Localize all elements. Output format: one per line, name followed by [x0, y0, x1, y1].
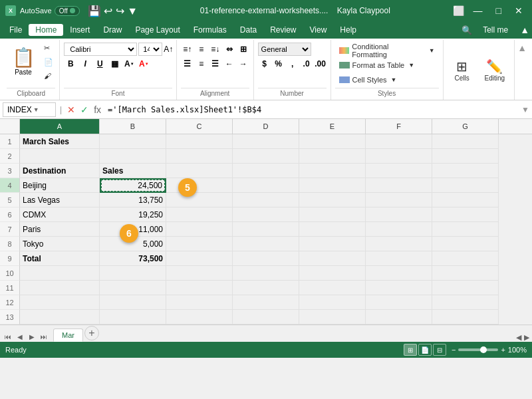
cell-a10[interactable]: [20, 266, 100, 281]
cell-b5[interactable]: 13,750: [100, 193, 166, 207]
cell-c12[interactable]: [166, 295, 233, 310]
cell-c1[interactable]: [166, 134, 233, 149]
page-layout-view-button[interactable]: 📄: [418, 344, 432, 356]
zoom-in-icon[interactable]: +: [501, 346, 505, 354]
cell-g10[interactable]: [432, 266, 499, 281]
menu-data[interactable]: Data: [233, 24, 263, 36]
cell-a7[interactable]: Paris: [20, 222, 100, 237]
cell-c13[interactable]: [166, 310, 233, 325]
bold-button[interactable]: B: [64, 57, 77, 70]
cell-b3[interactable]: Sales: [100, 164, 166, 178]
cell-f13[interactable]: [366, 310, 432, 325]
menu-draw[interactable]: Draw: [96, 24, 128, 36]
format-table-dropdown[interactable]: ▼: [408, 62, 414, 68]
menu-tell-me[interactable]: Tell me: [476, 24, 515, 36]
cell-c4[interactable]: [166, 178, 233, 193]
cell-f5[interactable]: [366, 193, 432, 207]
cell-d11[interactable]: [233, 281, 299, 295]
cell-e7[interactable]: [299, 222, 366, 237]
font-size-select[interactable]: 14: [138, 43, 162, 56]
row-num-9[interactable]: 9: [0, 251, 20, 266]
cond-format-dropdown[interactable]: ▼: [429, 47, 435, 54]
cell-c7[interactable]: [166, 222, 233, 237]
normal-view-button[interactable]: ⊞: [404, 344, 417, 356]
page-break-view-button[interactable]: ⊟: [433, 344, 446, 356]
cell-f3[interactable]: [366, 164, 432, 178]
cell-b12[interactable]: [100, 295, 166, 310]
cell-d8[interactable]: [233, 237, 299, 251]
cell-g1[interactable]: [432, 134, 499, 149]
format-painter-button[interactable]: 🖌: [41, 69, 56, 82]
cell-g8[interactable]: [432, 237, 499, 251]
cell-g2[interactable]: [432, 149, 499, 164]
cell-b1[interactable]: [100, 134, 166, 149]
cell-b11[interactable]: [100, 281, 166, 295]
comma-button[interactable]: ,: [286, 57, 299, 70]
formula-input[interactable]: [105, 104, 519, 116]
add-sheet-button[interactable]: +: [84, 326, 99, 340]
cell-a1[interactable]: March Sales: [20, 134, 100, 149]
number-format-select[interactable]: General: [258, 43, 311, 56]
cell-b2[interactable]: [100, 149, 166, 164]
row-num-8[interactable]: 8: [0, 237, 20, 251]
cell-g9[interactable]: [432, 251, 499, 266]
close-button[interactable]: ✕: [511, 4, 527, 17]
indent-dec-button[interactable]: ←: [223, 57, 236, 70]
font-color-button[interactable]: A▼: [137, 57, 150, 70]
sheet-nav-next[interactable]: ▶: [27, 331, 37, 342]
align-top-button[interactable]: ≡↑: [181, 43, 194, 56]
cell-d2[interactable]: [233, 149, 299, 164]
conditional-formatting-button[interactable]: Conditional Formatting ▼: [335, 44, 439, 57]
cell-c8[interactable]: [166, 237, 233, 251]
cell-styles-button[interactable]: Cell Styles ▼: [335, 73, 439, 86]
col-header-a[interactable]: A: [20, 119, 100, 134]
cell-e3[interactable]: [299, 164, 366, 178]
formula-expand-icon[interactable]: ▼: [521, 105, 529, 114]
sheet-nav-last[interactable]: ⏭: [39, 331, 49, 342]
cell-e10[interactable]: [299, 266, 366, 281]
cell-g12[interactable]: [432, 295, 499, 310]
cell-d10[interactable]: [233, 266, 299, 281]
cell-f7[interactable]: [366, 222, 432, 237]
menu-home[interactable]: Home: [29, 24, 63, 36]
cell-a5[interactable]: Las Vegas: [20, 193, 100, 207]
cell-c3[interactable]: [166, 164, 233, 178]
cell-e6[interactable]: [299, 207, 366, 222]
cell-f4[interactable]: [366, 178, 432, 193]
merge-button[interactable]: ⊞: [237, 43, 250, 56]
cell-e13[interactable]: [299, 310, 366, 325]
cell-f1[interactable]: [366, 134, 432, 149]
zoom-thumb[interactable]: [480, 346, 487, 353]
cell-c5[interactable]: [166, 193, 233, 207]
cell-d1[interactable]: [233, 134, 299, 149]
cell-g3[interactable]: [432, 164, 499, 178]
cell-g4[interactable]: [432, 178, 499, 193]
cell-d7[interactable]: [233, 222, 299, 237]
menu-review[interactable]: Review: [263, 24, 303, 36]
currency-button[interactable]: $: [258, 57, 271, 70]
cell-b4[interactable]: 24,500: [100, 178, 166, 193]
cell-d5[interactable]: [233, 193, 299, 207]
row-num-10[interactable]: 10: [0, 266, 20, 281]
col-header-b[interactable]: B: [100, 119, 166, 134]
zoom-out-icon[interactable]: −: [452, 346, 456, 354]
cell-d4[interactable]: [233, 178, 299, 193]
menu-file[interactable]: File: [3, 24, 29, 36]
cell-c11[interactable]: [166, 281, 233, 295]
cell-styles-dropdown[interactable]: ▼: [391, 76, 397, 83]
center-align-button[interactable]: ≡: [195, 57, 208, 70]
cell-f9[interactable]: [366, 251, 432, 266]
cell-a8[interactable]: Tokyo: [20, 237, 100, 251]
cell-a2[interactable]: [20, 149, 100, 164]
menu-view[interactable]: View: [303, 24, 334, 36]
col-header-d[interactable]: D: [233, 119, 299, 134]
cell-a13[interactable]: [20, 310, 100, 325]
cell-e2[interactable]: [299, 149, 366, 164]
name-box[interactable]: INDEX ▼: [3, 102, 56, 117]
sheet-nav-prev[interactable]: ◀: [15, 331, 25, 342]
cell-a3[interactable]: Destination: [20, 164, 100, 178]
menu-page-layout[interactable]: Page Layout: [128, 24, 186, 36]
copy-button[interactable]: 📄: [41, 55, 56, 68]
formula-cancel-button[interactable]: ✕: [66, 103, 76, 116]
cell-c9[interactable]: [166, 251, 233, 266]
